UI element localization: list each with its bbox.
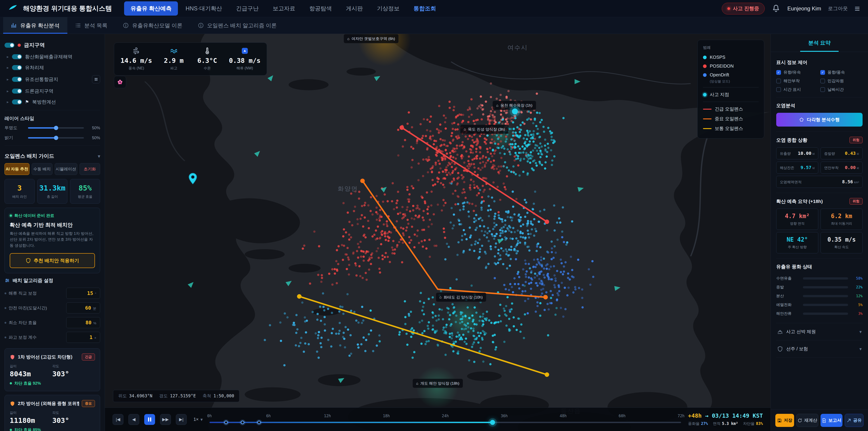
zone-toggle[interactable] — [12, 77, 22, 82]
tab-item[interactable]: 오일펜스 배치 알고리즘 이론 — [190, 17, 284, 34]
slider-track[interactable] — [28, 137, 84, 138]
fence-line-icon — [703, 118, 712, 119]
wind-icon — [121, 47, 152, 55]
defense-line-card[interactable]: 2차 방어선 (외해용 중형 포위형)중요길이11180m각도303°차단 효율… — [4, 395, 100, 431]
incident-point-marker[interactable] — [512, 109, 518, 114]
timeline-track[interactable]: 0h6h12h18h24h36h48h60h72h — [210, 408, 681, 431]
chevron-down-icon: ▾ — [860, 329, 862, 335]
legend-incident-label: 사고 지점 — [710, 92, 729, 98]
polygon-analysis-button[interactable]: 다각형 분석수행 — [776, 113, 863, 127]
algo-param-input[interactable]: 15° — [66, 288, 100, 299]
poi-label: ⌂여자만 갯벌보호구역 (6h) — [344, 34, 399, 43]
left-panel[interactable]: 금지구역 ▸황산화물배출규제해역▸유처리제▸유조선통항금지▸드론금지구역▸⚑북방… — [0, 34, 105, 431]
algo-param-input[interactable]: 1× — [66, 332, 100, 343]
collapsible-section-label: 선주 / 보험 — [786, 346, 808, 352]
hamburger-menu-icon[interactable]: ≡ — [855, 4, 860, 13]
pause-button[interactable] — [144, 414, 155, 425]
zones-dot-icon — [18, 43, 21, 47]
skip-end-button[interactable]: ▶| — [176, 414, 187, 425]
map-area[interactable]: 여수시화양면돌산읍 ⌂여자만 갯벌보호구역 (6h)⌂웅천 해수욕장 (1h)⌂… — [105, 34, 771, 431]
fence-mode-button[interactable]: 수동 배치 — [32, 163, 53, 175]
recalculate-button[interactable]: 재계산 — [796, 414, 818, 427]
map-style-button[interactable] — [114, 76, 126, 88]
display-option-checkbox[interactable]: ✓유향/유속 — [776, 70, 818, 75]
algo-param-row: 해류 직교 보정15° — [4, 286, 100, 301]
incident-status-badge: 사고 진행중 — [722, 3, 765, 14]
pollution-status-title: 오염 종합 상황 — [776, 137, 807, 143]
nav-item[interactable]: 유출유 확산예측 — [124, 1, 178, 16]
coordinates-bar: 위도34.6963°N 경도127.5159°E 축척1:50,000 — [113, 390, 239, 402]
fence-mode-button[interactable]: AI 자동 추천 — [4, 163, 29, 175]
tab-item[interactable]: 분석 목록 — [67, 17, 115, 34]
timeline-event-marker[interactable] — [257, 421, 261, 424]
zone-toggle[interactable] — [12, 99, 22, 104]
right-panel: 분석 요약 표시 정보 제어 ✓유향/유속✓풍향/풍속해안부착민감자원시간 표시… — [771, 34, 868, 431]
zone-toggle[interactable] — [12, 89, 22, 94]
weathering-label: 에멀전화 — [776, 302, 800, 307]
timeline-event-marker[interactable] — [224, 421, 228, 424]
action-button-label: 재계산 — [804, 418, 817, 423]
pollution-stat-label: 증발량 — [824, 151, 835, 156]
display-option-checkbox[interactable]: 날짜시간 — [820, 87, 863, 92]
timeline-event-marker[interactable] — [241, 421, 244, 424]
nav-item[interactable]: 긴급구난 — [230, 1, 265, 16]
collapsible-section-row[interactable]: 사고 선박 제원▾ — [776, 323, 863, 340]
collapsed-section-list: 사고 선박 제원▾선주 / 보험▾ — [776, 323, 863, 358]
algo-param-list: 해류 직교 보정15°안전 마진(도달시간)60분최소 차단 효율80%파고 보… — [4, 286, 100, 345]
zones-master-toggle[interactable] — [4, 43, 14, 48]
zone-settings-icon[interactable] — [92, 75, 100, 83]
nav-item[interactable]: 게시판 — [340, 1, 369, 16]
fence-mode-button[interactable]: 초기화 — [80, 163, 100, 175]
forecast-title: 확산 예측 요약 (+18h) — [776, 198, 823, 205]
fence-mode-button[interactable]: 시뮬레이션 — [55, 163, 77, 175]
algo-param-input[interactable]: 80% — [66, 317, 100, 328]
incident-pin[interactable] — [188, 173, 197, 185]
nav-item[interactable]: HNS·대기확산 — [179, 1, 228, 16]
tab-item[interactable]: 유출유확산모델 이론 — [115, 17, 190, 34]
display-option-checkbox[interactable]: 시간 표시 — [776, 87, 818, 92]
step-back-button[interactable]: ◀ — [128, 414, 139, 425]
defense-line-card[interactable]: 1차 방어선 (고강도 차단형)긴급길이8043m각도303°차단 효율 92% — [4, 348, 100, 391]
weathering-bars: 수면유출58%증발22%분산12%에멀전화5%해안잔류3% — [776, 274, 863, 318]
algo-param-input[interactable]: 60분 — [66, 302, 100, 313]
nav-item[interactable]: 통합조회 — [407, 1, 442, 16]
tab-bar: 유출유 확산분석분석 목록유출유확산모델 이론오일펜스 배치 알고리즘 이론 — [0, 17, 868, 34]
legend-model-row: OpenDrift — [703, 70, 758, 79]
site-icon: ⌂ — [464, 127, 466, 131]
priority-badge: 긴급 — [82, 353, 95, 361]
nav-item[interactable]: 기상정보 — [370, 1, 406, 16]
report-button[interactable]: 보고서 — [820, 414, 842, 427]
display-option-checkbox[interactable]: 해안부착 — [776, 78, 818, 84]
save-button[interactable]: 저장 — [775, 414, 794, 427]
defense-line-name: 2차 방어선 (외해용 중형 포위형) — [18, 400, 79, 407]
site-icon: ⌂ — [496, 103, 498, 107]
nav-item[interactable]: 보고자료 — [266, 1, 302, 16]
skip-start-button[interactable]: |◀ — [113, 414, 123, 425]
timeline-stat: 차단율83% — [743, 421, 763, 426]
timeline-current-handle[interactable] — [490, 420, 495, 425]
slider-knob[interactable] — [54, 136, 58, 140]
zone-row: ▸⚑북방한계선 — [4, 96, 100, 107]
analysis-summary-tab[interactable]: 분석 요약 — [771, 34, 868, 52]
right-panel-body[interactable]: 표시 정보 제어 ✓유향/유속✓풍향/풍속해안부착민감자원시간 표시날짜시간 오… — [771, 52, 868, 409]
zone-toggle[interactable] — [12, 54, 22, 59]
tab-label: 유출유확산모델 이론 — [132, 22, 182, 29]
display-option-checkbox[interactable]: ✓풍향/풍속 — [820, 70, 863, 75]
nav-item[interactable]: 항공탐색 — [303, 1, 338, 16]
apply-plan-button[interactable]: 추천 배치안 적용하기 — [10, 253, 95, 268]
fence-guide-header[interactable]: 오일펜스 배치 가이드 ▾ — [4, 149, 100, 163]
defense-card-header: 2차 방어선 (외해용 중형 포위형)중요 — [10, 400, 95, 407]
slider-track[interactable] — [28, 127, 84, 129]
speed-select[interactable]: 1×▾ — [192, 417, 205, 422]
collapsible-section-row[interactable]: 선주 / 보험▾ — [776, 340, 863, 358]
notifications-bell-icon[interactable] — [772, 4, 780, 13]
fast-forward-button[interactable]: ▶▶ — [160, 414, 171, 425]
logout-button[interactable]: 로그아웃 — [828, 5, 848, 12]
longitude-readout: 경도127.5159°E — [159, 393, 196, 399]
display-option-checkbox[interactable]: 민감자원 — [820, 78, 863, 84]
slider-knob[interactable] — [54, 126, 58, 130]
share-button[interactable]: 공유 — [845, 414, 864, 427]
tab-item[interactable]: 유출유 확산분석 — [3, 17, 67, 34]
fence-stat-card: 85%평균 효율 — [70, 179, 100, 204]
zone-toggle[interactable] — [12, 65, 22, 70]
